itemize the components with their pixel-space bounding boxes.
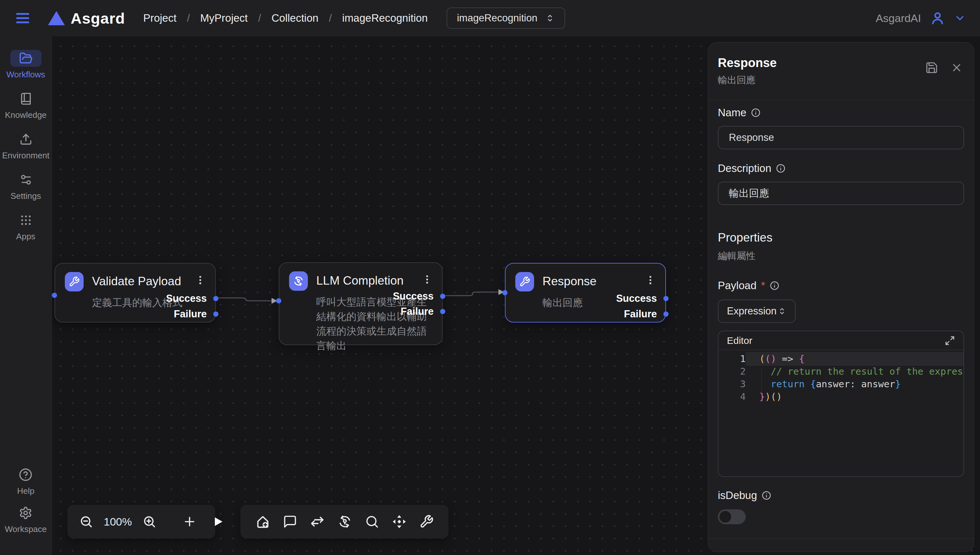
port-success-handle[interactable]: [213, 296, 219, 301]
info-icon[interactable]: [761, 491, 771, 500]
zoom-toolbar: 100%: [68, 505, 215, 539]
sidebar-item-help[interactable]: Help: [5, 466, 47, 496]
sliders-icon: [10, 171, 42, 188]
llm-node-button[interactable]: [337, 514, 352, 529]
required-asterisk: *: [761, 279, 765, 292]
code-line[interactable]: })(): [746, 390, 964, 403]
breadcrumb-myproject[interactable]: MyProject: [200, 12, 248, 24]
node-menu-kebab-icon[interactable]: [644, 273, 657, 287]
editor-code-area[interactable]: 1234 (() => { // return the result of th…: [718, 350, 964, 403]
comment-button[interactable]: [283, 515, 297, 529]
user-label: AsgardAI: [875, 12, 921, 25]
wrench-icon: [65, 272, 84, 292]
zoom-out-button[interactable]: [79, 515, 93, 529]
sidebar-item-environment[interactable]: Environment: [2, 131, 50, 160]
node-title: Validate Payload: [92, 274, 194, 288]
save-icon[interactable]: [925, 61, 938, 74]
add-home-node-button[interactable]: [255, 514, 270, 529]
description-field-label: Description: [718, 162, 964, 175]
panel-title: Response: [718, 56, 777, 70]
port-failure-handle[interactable]: [213, 311, 219, 317]
zoom-in-button[interactable]: [142, 515, 156, 529]
wrench-icon: [515, 272, 534, 292]
chevrons-up-down-icon: [777, 306, 787, 316]
sidebar-item-settings[interactable]: Settings: [10, 171, 42, 201]
node-validate-payload[interactable]: Validate Payload 定義工具的輸入格式 Success Failu…: [55, 263, 216, 322]
info-icon[interactable]: [770, 281, 779, 290]
port-success-handle[interactable]: [663, 296, 669, 301]
properties-subtitle: 編輯屬性: [718, 250, 964, 263]
port-failure-handle[interactable]: [440, 309, 445, 314]
toggle-knob: [719, 511, 731, 523]
logo-triangle-icon: [48, 11, 65, 25]
maximize-icon[interactable]: [945, 335, 955, 346]
payload-label-text: Payload: [718, 279, 756, 292]
brand-name: Asgard: [71, 10, 125, 27]
panel-actions: [925, 61, 963, 74]
description-input[interactable]: [718, 182, 964, 205]
info-icon[interactable]: [776, 164, 785, 173]
user-menu-chevron-icon[interactable]: [954, 12, 966, 24]
sidebar-footer: Help Workspace: [5, 466, 47, 543]
panel-header: Response 輸出回應: [708, 42, 974, 100]
node-header: LLM Completion: [279, 263, 442, 291]
add-node-button[interactable]: [182, 515, 197, 529]
port-failure-handle[interactable]: [663, 311, 669, 317]
swap-horizontal-button[interactable]: [310, 514, 325, 529]
editor-header: Editor: [718, 331, 964, 350]
code-line[interactable]: return {answer: answer}: [746, 378, 964, 390]
panel-body: Name Description Properties 編輯屬性 Payload…: [708, 106, 974, 552]
run-workflow-button[interactable]: [212, 515, 225, 528]
sidebar-item-label: Apps: [16, 231, 35, 242]
top-navbar: Asgard Project / MyProject / Collection …: [0, 0, 980, 36]
breadcrumb-separator: /: [258, 12, 261, 24]
port-failure-label: Failure: [401, 306, 434, 317]
search-button[interactable]: [365, 515, 379, 529]
user-avatar-icon[interactable]: [929, 10, 946, 26]
sidebar-item-workspace[interactable]: Workspace: [5, 504, 47, 534]
name-field-label: Name: [718, 106, 964, 119]
node-menu-kebab-icon[interactable]: [421, 272, 434, 287]
editor-gutter: 1234: [718, 353, 746, 403]
tools-wrench-button[interactable]: [419, 515, 434, 529]
node-menu-kebab-icon[interactable]: [194, 273, 207, 287]
node-header: Response: [505, 263, 665, 292]
close-icon[interactable]: [951, 61, 963, 74]
info-icon[interactable]: [751, 108, 761, 117]
node-subtitle: 呼叫大型語言模型並產生結構化的資料輸出以輔助流程的決策或生成自然語言輸出: [316, 295, 428, 353]
breadcrumb-collection[interactable]: Collection: [272, 12, 319, 24]
sidebar-item-label: Workflows: [6, 70, 45, 80]
workflow-selector[interactable]: imageRecognition: [447, 8, 565, 29]
port-input-handle[interactable]: [502, 290, 507, 295]
left-sidebar: Workflows Knowledge Environment Settings…: [0, 36, 52, 555]
payload-field-label: Payload *: [718, 279, 964, 292]
breadcrumb-project[interactable]: Project: [143, 12, 177, 24]
move-navigate-button[interactable]: [392, 514, 407, 529]
node-llm-completion[interactable]: LLM Completion 呼叫大型語言模型並產生結構化的資料輸出以輔助流程的…: [279, 262, 443, 345]
hamburger-menu-icon[interactable]: [14, 10, 31, 27]
gear-icon: [10, 504, 41, 521]
breadcrumb-workflow[interactable]: imageRecognition: [342, 12, 428, 24]
port-input-handle[interactable]: [276, 298, 281, 303]
code-line[interactable]: // return the result of the expression: [746, 365, 964, 378]
zoom-level-value: 100%: [104, 515, 132, 528]
port-success-handle[interactable]: [440, 294, 445, 299]
panel-subtitle: 輸出回應: [718, 74, 777, 87]
payload-type-select[interactable]: Expression: [718, 300, 796, 323]
payload-type-value: Expression: [727, 305, 776, 317]
sidebar-item-workflows[interactable]: Workflows: [6, 50, 45, 80]
breadcrumb-separator: /: [187, 12, 190, 24]
node-header: Validate Payload: [55, 263, 215, 292]
sidebar-item-knowledge[interactable]: Knowledge: [5, 90, 47, 120]
editor-code[interactable]: (() => { // return the result of the exp…: [746, 353, 964, 403]
properties-title: Properties: [718, 231, 964, 244]
port-input-handle[interactable]: [52, 293, 57, 298]
node-response[interactable]: Response 輸出回應 Success Failure: [505, 263, 666, 322]
app-root: Asgard Project / MyProject / Collection …: [0, 0, 980, 555]
sidebar-item-apps[interactable]: Apps: [10, 212, 42, 242]
isdebug-field-label: isDebug: [718, 489, 964, 502]
name-input[interactable]: [718, 126, 964, 149]
code-line[interactable]: (() => {: [746, 353, 964, 365]
isdebug-toggle[interactable]: [718, 509, 746, 524]
node-title: LLM Completion: [316, 274, 421, 287]
